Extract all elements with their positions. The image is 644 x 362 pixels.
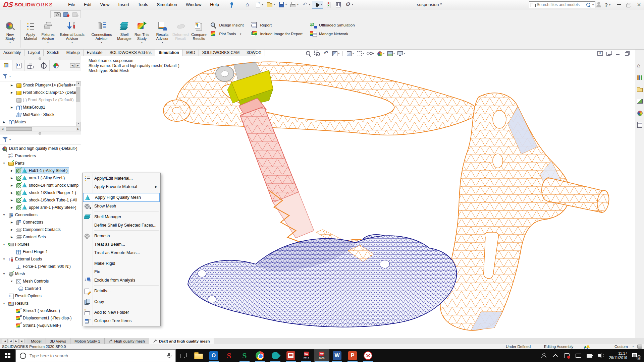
doc-tab-draft-and-high-quality-mesh[interactable]: Draft and high quality mesh xyxy=(149,338,214,344)
user-account-icon[interactable] xyxy=(595,1,602,8)
search-box[interactable]: ▾ xyxy=(529,1,595,8)
taskbar-file-explorer[interactable] xyxy=(191,349,206,362)
connections-advisor-button[interactable]: Connections Advisor xyxy=(88,19,116,48)
fixtures-advisor-button[interactable]: Fixtures Advisor xyxy=(39,19,57,48)
options-button[interactable]: ▾ xyxy=(343,1,354,9)
undo-button[interactable]: ▾ xyxy=(300,1,311,9)
taskbar-word[interactable]: W xyxy=(329,349,345,362)
tree-item-fixed-hinge[interactable]: Fixed Hinge-1 xyxy=(0,248,81,255)
menu-item-treat-as-beam[interactable]: Treat as Beam... xyxy=(83,240,160,248)
scroll-down-icon[interactable]: ▼ xyxy=(76,122,81,126)
menu-edit[interactable]: Edit xyxy=(79,0,96,9)
appearances-icon[interactable] xyxy=(637,110,643,116)
section-view-button[interactable]: ▾ xyxy=(331,50,339,57)
tree-item-shock-plunger[interactable]: shock-1/Shock Plunger-1 (- xyxy=(0,189,81,196)
study-tree-filter[interactable]: ▾ xyxy=(0,134,81,145)
tab-assembly[interactable]: Assembly xyxy=(0,50,24,56)
tree-item-arm1[interactable]: arm-1 (-Alloy Steel-) xyxy=(0,174,81,182)
tab-simulation[interactable]: Simulation xyxy=(155,50,183,56)
suspension-mesh-model[interactable] xyxy=(81,50,635,338)
tree-item-mesh-controls[interactable]: Mesh Controls xyxy=(0,278,81,285)
tree-item-connections[interactable]: Connections xyxy=(0,211,81,219)
menu-item-treat-as-remote-mass[interactable]: Treat as Remote Mass... xyxy=(83,248,160,257)
tree-item-displacement1[interactable]: Displacement1 (-Res disp-) xyxy=(0,314,81,322)
menu-item-add-to-new-folder[interactable]: Add to New Folder xyxy=(83,308,160,316)
expander-icon[interactable] xyxy=(1,121,7,124)
taskbar-app-tool[interactable] xyxy=(283,349,299,362)
tab-sketch[interactable]: Sketch xyxy=(44,50,63,56)
menu-item-make-rigid[interactable]: Make Rigid xyxy=(83,259,160,267)
design-library-icon[interactable] xyxy=(637,75,643,81)
menu-item-show-mesh[interactable]: Show Mesh xyxy=(83,202,160,210)
tab-configuration-manager[interactable] xyxy=(25,60,37,71)
expander-icon[interactable] xyxy=(9,228,15,231)
tree-item-contact-sets[interactable]: Contact Sets xyxy=(0,233,81,241)
menu-item-apply-edit-material[interactable]: Apply/Edit Material... xyxy=(83,174,160,182)
restore-button[interactable] xyxy=(624,0,634,9)
tag-icon[interactable] xyxy=(637,345,642,349)
tree-item[interactable]: MateGroup1 xyxy=(0,104,76,111)
next-tab-icon[interactable]: ▶ xyxy=(14,339,19,343)
prev-tab-icon[interactable]: ◀ xyxy=(8,339,13,343)
tree-item-parameters[interactable]: Parameters xyxy=(0,152,81,160)
view-orientation-button[interactable]: ▾ xyxy=(346,50,354,57)
results-advisor-button[interactable]: Results Advisor xyxy=(154,19,171,48)
print-button[interactable]: ▾ xyxy=(288,1,300,9)
taskbar-solidworks-2020[interactable]: SW2020 xyxy=(314,349,329,362)
run-this-study-button[interactable]: Run This Study xyxy=(133,19,151,48)
tree-item-fixtures[interactable]: Fixtures xyxy=(0,241,81,248)
tab-mbd[interactable]: MBD xyxy=(183,50,199,56)
scroll-up-icon[interactable]: ▲ xyxy=(76,81,81,86)
tab-markup[interactable]: Markup xyxy=(63,50,84,56)
scroll-thumb[interactable] xyxy=(76,87,80,102)
tree-item-upper-arm[interactable]: upper arm-1 (-Alloy Steel-) xyxy=(0,204,81,211)
menu-item-copy[interactable]: Copy xyxy=(83,297,160,306)
select-tool-button[interactable]: ▾ xyxy=(312,1,323,9)
minimize-button[interactable] xyxy=(614,0,624,9)
expander-icon[interactable] xyxy=(9,177,15,180)
expander-icon[interactable] xyxy=(9,184,15,187)
zoom-fit-button[interactable] xyxy=(305,50,312,57)
menu-file[interactable]: File xyxy=(64,0,79,9)
taskbar-search-input[interactable] xyxy=(30,353,163,358)
help-icon[interactable]: ? xyxy=(605,2,608,8)
tree-item-connectors[interactable]: Connectors xyxy=(0,219,81,226)
offloaded-simulation-button[interactable]: Offloaded Simulation xyxy=(310,21,355,29)
tree-item-shock-tube[interactable]: shock-1/Shock Tube-1 (-All xyxy=(0,196,81,204)
menu-tools[interactable]: Tools xyxy=(133,0,152,9)
rebuild-button[interactable] xyxy=(324,1,333,9)
expander-icon[interactable] xyxy=(1,243,7,246)
view-settings-button[interactable]: ▾ xyxy=(397,50,405,57)
search-scope-folder-icon[interactable] xyxy=(531,3,535,7)
custom-properties-icon[interactable] xyxy=(637,122,643,128)
home-tab-icon[interactable] xyxy=(637,63,643,69)
menu-help[interactable]: Help xyxy=(206,0,223,9)
expander-icon[interactable] xyxy=(1,302,7,305)
compare-results-button[interactable]: Compare Results xyxy=(190,19,208,48)
hidden-icons-chevron-icon[interactable] xyxy=(552,352,559,359)
tab-solidworks-cam[interactable]: SOLIDWORKS CAM xyxy=(199,50,243,56)
previous-view-button[interactable] xyxy=(323,50,329,57)
window-restore-icon[interactable] xyxy=(624,51,630,56)
menu-item-details[interactable]: Details... xyxy=(83,287,160,295)
doc-tab-high-quality-mesh[interactable]: High quality mesh xyxy=(105,338,149,344)
start-button[interactable] xyxy=(0,349,15,362)
taskbar-snip[interactable] xyxy=(360,349,376,362)
tree-item-shock-clamp[interactable]: shock-1/Front Shock Clamp xyxy=(0,182,81,189)
tab-solidworks-add-ins[interactable]: SOLIDWORKS Add-Ins xyxy=(106,50,155,56)
menu-insert[interactable]: Insert xyxy=(114,0,134,9)
menu-item-apply-high-quality-mesh[interactable]: Apply High Quality Mesh xyxy=(83,193,160,202)
menu-item-exclude-from-analysis[interactable]: Exclude from Analysis xyxy=(83,276,160,284)
action-alert-icon[interactable] xyxy=(564,352,570,359)
display-style-button[interactable]: ▾ xyxy=(356,50,364,57)
tree-item-mesh[interactable]: Mesh xyxy=(0,270,81,278)
image-capture-icon[interactable] xyxy=(54,12,60,17)
tab-evaluate[interactable]: Evaluate xyxy=(84,50,106,56)
tree-item-component-contacts[interactable]: Component Contacts xyxy=(0,226,81,233)
doc-tab-3d-views[interactable]: 3D Views xyxy=(46,338,70,344)
expander-icon[interactable] xyxy=(9,199,15,202)
tree-item-results[interactable]: Results xyxy=(0,300,81,307)
task-view-button[interactable] xyxy=(176,349,191,362)
include-image-for-report-button[interactable]: Include Image for Report xyxy=(251,30,303,38)
last-tab-icon[interactable]: ▶| xyxy=(19,339,25,343)
